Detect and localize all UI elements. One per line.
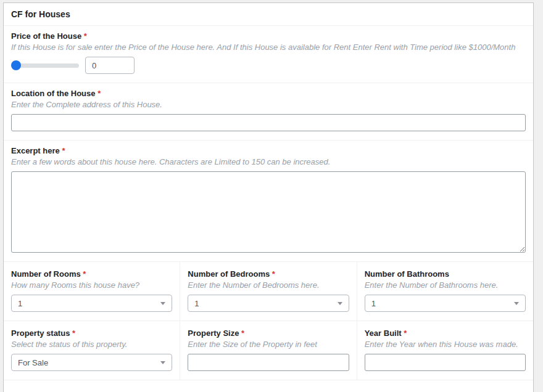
bedrooms-select-value: 1: [194, 299, 199, 308]
rooms-description: How many Rooms this house have?: [11, 280, 172, 290]
location-label-text: Location of the House: [11, 89, 96, 98]
size-label-text: Property Size: [188, 329, 239, 338]
rooms-select-value: 1: [18, 299, 22, 308]
size-input[interactable]: [188, 354, 349, 371]
price-controls: [11, 57, 526, 74]
price-label: Price of the House *: [11, 31, 526, 41]
bedrooms-description: Enter the Number of Bedrooms here.: [188, 280, 349, 290]
bedrooms-select[interactable]: 1: [188, 295, 349, 312]
rooms-label: Number of Rooms *: [11, 269, 172, 279]
cf-for-houses-panel: CF for Houses Price of the House * If th…: [3, 2, 534, 392]
rooms-label-text: Number of Rooms: [11, 269, 81, 279]
chevron-down-icon: [514, 302, 519, 305]
price-input[interactable]: [85, 57, 135, 74]
location-description: Enter the Complete address of this House…: [11, 100, 526, 110]
year-label: Year Built *: [365, 329, 526, 338]
status-label: Property status *: [11, 329, 172, 338]
required-asterisk: *: [83, 269, 86, 279]
year-label-text: Year Built: [365, 329, 402, 338]
excerpt-description: Enter a few words about this house here.…: [11, 157, 526, 167]
row-room-counts: Number of Rooms * How many Rooms this ho…: [4, 262, 533, 321]
year-description: Enter the Year when this House was made.: [365, 340, 526, 349]
required-asterisk: *: [72, 329, 75, 338]
required-asterisk: *: [404, 329, 407, 338]
chevron-down-icon: [338, 302, 342, 305]
price-slider[interactable]: [11, 63, 79, 68]
status-select[interactable]: For Sale: [11, 354, 172, 371]
bathrooms-select-value: 1: [371, 299, 376, 308]
bathrooms-select[interactable]: 1: [365, 295, 526, 312]
field-year: Year Built * Enter the Year when this Ho…: [357, 321, 533, 380]
bedrooms-label-text: Number of Bedrooms: [188, 269, 270, 279]
required-asterisk: *: [62, 146, 65, 155]
price-slider-thumb[interactable]: [11, 60, 21, 70]
size-description: Enter the Size of the Property in feet: [188, 340, 349, 349]
panel-title: CF for Houses: [4, 3, 533, 26]
required-asterisk: *: [97, 89, 101, 98]
required-asterisk: *: [241, 329, 244, 338]
field-bedrooms: Number of Bedrooms * Enter the Number of…: [180, 262, 357, 321]
chevron-down-icon: [160, 361, 165, 364]
bathrooms-description: Enter the Number of Bathrooms here.: [365, 280, 526, 290]
price-description: If this House is for sale enter the Pric…: [11, 43, 526, 52]
field-size: Property Size * Enter the Size of the Pr…: [180, 321, 357, 380]
year-input[interactable]: [365, 354, 526, 371]
location-input[interactable]: [11, 114, 526, 131]
excerpt-textarea[interactable]: [11, 171, 526, 253]
field-location: Location of the House * Enter the Comple…: [4, 83, 533, 141]
bathrooms-label: Number of Bathrooms: [365, 269, 526, 279]
field-status: Property status * Select the status of t…: [4, 321, 180, 380]
excerpt-label: Excerpt here *: [11, 146, 526, 156]
excerpt-label-text: Excerpt here: [11, 146, 60, 155]
bathrooms-label-text: Number of Bathrooms: [365, 269, 449, 279]
chevron-down-icon: [160, 302, 165, 305]
required-asterisk: *: [272, 269, 275, 279]
rooms-select[interactable]: 1: [11, 295, 172, 312]
status-description: Select the status of this property.: [11, 340, 172, 349]
status-select-value: For Sale: [18, 358, 48, 367]
size-label: Property Size *: [188, 329, 349, 338]
field-rooms: Number of Rooms * How many Rooms this ho…: [4, 262, 180, 321]
field-excerpt: Excerpt here * Enter a few words about t…: [4, 141, 533, 262]
status-label-text: Property status: [11, 329, 70, 338]
row-property-meta: Property status * Select the status of t…: [4, 321, 533, 380]
field-price: Price of the House * If this House is fo…: [4, 26, 533, 83]
next-section-stub: [4, 380, 533, 392]
location-label: Location of the House *: [11, 89, 526, 99]
bedrooms-label: Number of Bedrooms *: [188, 269, 349, 279]
field-bathrooms: Number of Bathrooms Enter the Number of …: [357, 262, 533, 321]
price-label-text: Price of the House: [11, 31, 81, 41]
required-asterisk: *: [84, 31, 87, 41]
